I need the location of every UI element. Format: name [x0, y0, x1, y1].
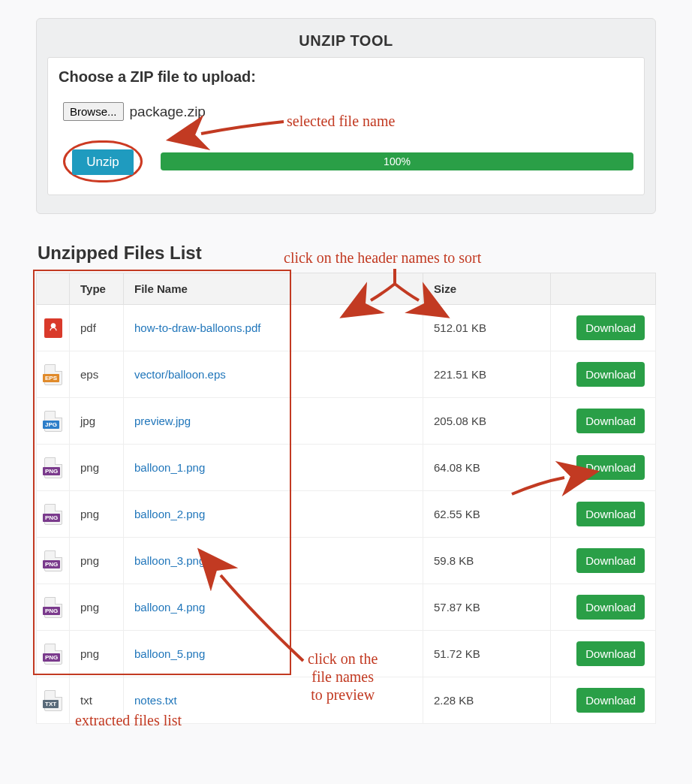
table-row: pdfhow-to-draw-balloons.pdf512.01 KBDown…: [37, 305, 656, 351]
table-row: PNGpngballoon_4.png57.87 KBDownload: [37, 584, 656, 631]
cell-size: 205.08 KB: [423, 398, 551, 445]
col-header-action[interactable]: [551, 273, 656, 305]
cell-type: eps: [70, 351, 124, 398]
cell-icon: EPS: [37, 351, 70, 398]
file-link[interactable]: preview.jpg: [134, 415, 191, 427]
choose-zip-label: Choose a ZIP file to upload:: [59, 68, 633, 86]
cell-icon: JPG: [37, 398, 70, 445]
download-button[interactable]: Download: [576, 315, 645, 340]
table-row: PNGpngballoon_5.png51.72 KBDownload: [37, 631, 656, 677]
file-link[interactable]: how-to-draw-balloons.pdf: [134, 321, 260, 334]
card-title: UNZIP TOOL: [47, 29, 645, 57]
png-file-icon: PNG: [44, 644, 62, 665]
table-row: PNGpngballoon_1.png64.08 KBDownload: [37, 445, 656, 491]
cell-type: png: [70, 445, 124, 491]
progress-bar: 100%: [161, 152, 633, 170]
files-table: Type File Name Size pdfhow-to-draw-ballo…: [36, 273, 656, 724]
cell-filename: balloon_2.png: [124, 491, 423, 538]
cell-filename: how-to-draw-balloons.pdf: [124, 305, 423, 351]
file-link[interactable]: balloon_4.png: [134, 601, 205, 614]
cell-download: Download: [551, 305, 656, 351]
unzip-tool-card: UNZIP TOOL Choose a ZIP file to upload: …: [36, 18, 656, 214]
cell-icon: PNG: [37, 445, 70, 491]
unzipped-files-title: Unzipped Files List: [38, 243, 692, 264]
download-button[interactable]: Download: [576, 688, 645, 713]
cell-size: 59.8 KB: [423, 538, 551, 584]
cell-download: Download: [551, 631, 656, 677]
cell-size: 64.08 KB: [423, 445, 551, 491]
cell-icon: PNG: [37, 584, 70, 631]
cell-size: 221.51 KB: [423, 351, 551, 398]
cell-type: png: [70, 631, 124, 677]
jpg-file-icon: JPG: [44, 411, 62, 432]
download-button[interactable]: Download: [576, 455, 645, 480]
file-link[interactable]: vector/balloon.eps: [134, 368, 226, 381]
file-link[interactable]: balloon_5.png: [134, 647, 205, 660]
download-button[interactable]: Download: [576, 502, 645, 526]
file-link[interactable]: balloon_2.png: [134, 508, 205, 520]
cell-type: png: [70, 538, 124, 584]
file-link[interactable]: balloon_3.png: [134, 554, 205, 567]
cell-type: png: [70, 491, 124, 538]
file-link[interactable]: balloon_1.png: [134, 461, 205, 474]
cell-size: 512.01 KB: [423, 305, 551, 351]
table-row: PNGpngballoon_3.png59.8 KBDownload: [37, 538, 656, 584]
progress-text: 100%: [384, 155, 411, 167]
table-row: EPSepsvector/balloon.eps221.51 KBDownloa…: [37, 351, 656, 398]
cell-size: 51.72 KB: [423, 631, 551, 677]
cell-icon: PNG: [37, 491, 70, 538]
file-link[interactable]: notes.txt: [134, 694, 177, 707]
cell-type: txt: [70, 677, 124, 724]
cell-download: Download: [551, 491, 656, 538]
selected-filename: package.zip: [130, 104, 206, 120]
download-button[interactable]: Download: [576, 409, 645, 433]
cell-icon: PNG: [37, 631, 70, 677]
cell-filename: preview.jpg: [124, 398, 423, 445]
col-header-size[interactable]: Size: [423, 273, 551, 305]
col-header-type[interactable]: Type: [70, 273, 124, 305]
cell-download: Download: [551, 538, 656, 584]
upload-panel: Choose a ZIP file to upload: Browse... p…: [47, 57, 645, 195]
cell-size: 62.55 KB: [423, 491, 551, 538]
png-file-icon: PNG: [44, 597, 62, 618]
cell-type: pdf: [70, 305, 124, 351]
cell-filename: balloon_4.png: [124, 584, 423, 631]
cell-size: 2.28 KB: [423, 677, 551, 724]
cell-download: Download: [551, 677, 656, 724]
cell-filename: balloon_1.png: [124, 445, 423, 491]
png-file-icon: PNG: [44, 504, 62, 525]
download-button[interactable]: Download: [576, 548, 645, 573]
png-file-icon: PNG: [44, 457, 62, 478]
cell-download: Download: [551, 398, 656, 445]
cell-download: Download: [551, 584, 656, 631]
cell-size: 57.87 KB: [423, 584, 551, 631]
cell-icon: TXT: [37, 677, 70, 724]
cell-filename: notes.txt: [124, 677, 423, 724]
txt-file-icon: TXT: [44, 690, 62, 711]
cell-icon: [37, 305, 70, 351]
pdf-icon: [44, 318, 62, 338]
cell-filename: balloon_3.png: [124, 538, 423, 584]
cell-type: jpg: [70, 398, 124, 445]
download-button[interactable]: Download: [576, 641, 645, 666]
cell-filename: balloon_5.png: [124, 631, 423, 677]
png-file-icon: PNG: [44, 550, 62, 571]
download-button[interactable]: Download: [576, 362, 645, 387]
browse-button[interactable]: Browse...: [63, 102, 124, 121]
cell-filename: vector/balloon.eps: [124, 351, 423, 398]
table-row: JPGjpgpreview.jpg205.08 KBDownload: [37, 398, 656, 445]
download-button[interactable]: Download: [576, 595, 645, 620]
col-header-icon[interactable]: [37, 273, 70, 305]
cell-icon: PNG: [37, 538, 70, 584]
col-header-filename[interactable]: File Name: [124, 273, 423, 305]
unzip-button[interactable]: Unzip: [72, 149, 134, 175]
cell-type: png: [70, 584, 124, 631]
cell-download: Download: [551, 445, 656, 491]
cell-download: Download: [551, 351, 656, 398]
table-row: TXTtxtnotes.txt2.28 KBDownload: [37, 677, 656, 724]
eps-file-icon: EPS: [44, 364, 62, 385]
table-row: PNGpngballoon_2.png62.55 KBDownload: [37, 491, 656, 538]
